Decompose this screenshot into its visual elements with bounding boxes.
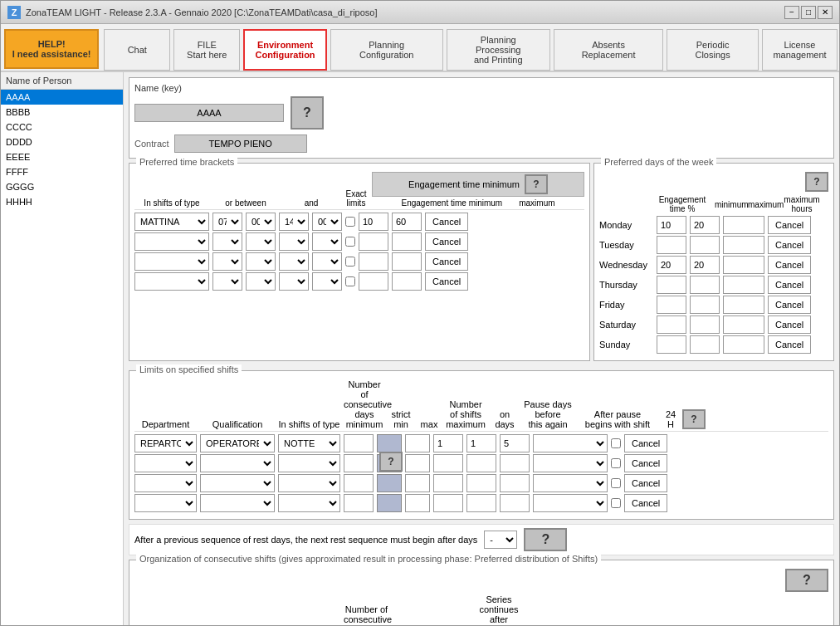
- license-button[interactable]: License management: [762, 29, 838, 71]
- limits-inner-question-btn[interactable]: ?: [379, 452, 403, 472]
- limits-consec-min-3[interactable]: [344, 474, 374, 492]
- to-m-2[interactable]: [312, 232, 342, 251]
- limits-pause-1[interactable]: [500, 434, 530, 452]
- limits-cancel-3[interactable]: Cancel: [624, 474, 667, 492]
- limits-shift-1[interactable]: NOTTE: [278, 434, 340, 452]
- wednesday-min[interactable]: [657, 256, 686, 274]
- chat-button[interactable]: Chat: [104, 29, 170, 71]
- to-m-1[interactable]: 00: [312, 213, 342, 231]
- absents-button[interactable]: Absents Replacement: [554, 29, 663, 71]
- limits-after-pause-2[interactable]: [533, 454, 608, 472]
- person-list-item-gggg[interactable]: GGGG: [1, 179, 123, 194]
- from-h-3[interactable]: [212, 252, 242, 271]
- sunday-cancel[interactable]: Cancel: [768, 335, 811, 354]
- person-list-item-ffff[interactable]: FFFF: [1, 164, 123, 179]
- minimize-button[interactable]: −: [784, 6, 799, 19]
- saturday-min[interactable]: [657, 315, 686, 334]
- rest-sequence-select[interactable]: -: [484, 531, 517, 549]
- limits-qual-4[interactable]: [200, 494, 275, 512]
- cancel-btn-4[interactable]: Cancel: [425, 272, 468, 291]
- from-h-1[interactable]: 07: [212, 213, 242, 231]
- limits-on-days-3[interactable]: [466, 474, 496, 492]
- limits-question-btn[interactable]: ?: [682, 409, 706, 429]
- shift-type-select-2[interactable]: [134, 232, 209, 251]
- planning-config-button[interactable]: Planning Configuration: [330, 29, 443, 71]
- limits-24h-2[interactable]: [611, 458, 621, 468]
- contract-input[interactable]: [174, 134, 307, 153]
- person-list-item-hhhh[interactable]: HHHH: [1, 194, 123, 209]
- from-h-4[interactable]: [212, 272, 242, 291]
- person-list-item-dddd[interactable]: DDDD: [1, 134, 123, 149]
- limits-cancel-2[interactable]: Cancel: [624, 454, 667, 472]
- limits-dept-4[interactable]: [134, 494, 197, 512]
- thursday-hours[interactable]: [723, 276, 764, 294]
- consec-org-question-btn[interactable]: ?: [785, 569, 828, 592]
- exact-3[interactable]: [345, 257, 355, 267]
- eng-min-4[interactable]: [359, 272, 388, 291]
- limits-dept-2[interactable]: [134, 454, 197, 472]
- sunday-hours[interactable]: [723, 335, 764, 354]
- eng-max-4[interactable]: [392, 272, 422, 291]
- thursday-max[interactable]: [690, 276, 720, 294]
- limits-shifts-max-1[interactable]: [433, 434, 463, 452]
- person-list-item-bbbb[interactable]: BBBB: [1, 105, 123, 120]
- limits-shifts-max-3[interactable]: [433, 474, 463, 492]
- file-start-button[interactable]: FILE Start here: [173, 29, 240, 71]
- person-list-item-eeee[interactable]: EEEE: [1, 149, 123, 164]
- person-list-item-cccc[interactable]: CCCC: [1, 120, 123, 134]
- limits-on-days-4[interactable]: [466, 494, 496, 512]
- to-h-1[interactable]: 14: [279, 213, 309, 231]
- cancel-btn-2[interactable]: Cancel: [425, 232, 468, 251]
- eng-min-3[interactable]: [359, 252, 388, 271]
- eng-min-1[interactable]: [359, 213, 388, 231]
- key-input[interactable]: [134, 104, 284, 122]
- shift-type-select-3[interactable]: [134, 252, 209, 271]
- friday-cancel[interactable]: Cancel: [768, 296, 811, 314]
- from-m-2[interactable]: [246, 232, 276, 251]
- limits-24h-3[interactable]: [611, 478, 621, 488]
- exact-2[interactable]: [345, 237, 355, 247]
- periodic-button[interactable]: Periodic Closings: [667, 29, 759, 71]
- limits-consec-min-4[interactable]: [344, 494, 374, 512]
- tuesday-cancel[interactable]: Cancel: [768, 236, 811, 254]
- monday-min[interactable]: [657, 216, 686, 234]
- limits-shifts-max-4[interactable]: [433, 494, 463, 512]
- from-m-4[interactable]: [246, 272, 276, 291]
- help-button[interactable]: HELP! I need assistance!: [4, 29, 99, 69]
- shift-type-select-4[interactable]: [134, 272, 209, 291]
- to-h-2[interactable]: [279, 232, 309, 251]
- thursday-min[interactable]: [657, 276, 686, 294]
- env-config-button[interactable]: Environment Configuration: [243, 29, 327, 71]
- thursday-cancel[interactable]: Cancel: [768, 276, 811, 294]
- monday-hours[interactable]: [723, 216, 764, 234]
- friday-min[interactable]: [657, 296, 686, 314]
- limits-after-pause-4[interactable]: [533, 494, 608, 512]
- friday-max[interactable]: [690, 296, 720, 314]
- preferred-days-question-btn[interactable]: ?: [805, 172, 828, 192]
- limits-shift-2[interactable]: [278, 454, 340, 472]
- limits-consec-max-2[interactable]: [405, 454, 430, 472]
- eng-max-3[interactable]: [392, 252, 422, 271]
- limits-shift-3[interactable]: [278, 474, 340, 492]
- limits-after-pause-1[interactable]: [533, 434, 608, 452]
- limits-pause-4[interactable]: [500, 494, 530, 512]
- cancel-btn-1[interactable]: Cancel: [425, 213, 468, 231]
- eng-max-1[interactable]: [392, 213, 422, 231]
- cancel-btn-3[interactable]: Cancel: [425, 252, 468, 271]
- restore-button[interactable]: □: [801, 6, 816, 19]
- limits-consec-max-4[interactable]: [405, 494, 430, 512]
- limits-cancel-4[interactable]: Cancel: [624, 494, 667, 512]
- from-m-1[interactable]: 00: [246, 213, 276, 231]
- eng-min-2[interactable]: [359, 232, 388, 251]
- tuesday-hours[interactable]: [723, 236, 764, 254]
- limits-shift-4[interactable]: [278, 494, 340, 512]
- friday-hours[interactable]: [723, 296, 764, 314]
- to-h-3[interactable]: [279, 252, 309, 271]
- limits-qual-3[interactable]: [200, 474, 275, 492]
- key-question-button[interactable]: ?: [291, 96, 324, 130]
- limits-consec-min-1[interactable]: [344, 434, 374, 452]
- exact-1[interactable]: [345, 217, 355, 227]
- limits-pause-3[interactable]: [500, 474, 530, 492]
- from-h-2[interactable]: [212, 232, 242, 251]
- monday-max[interactable]: [690, 216, 720, 234]
